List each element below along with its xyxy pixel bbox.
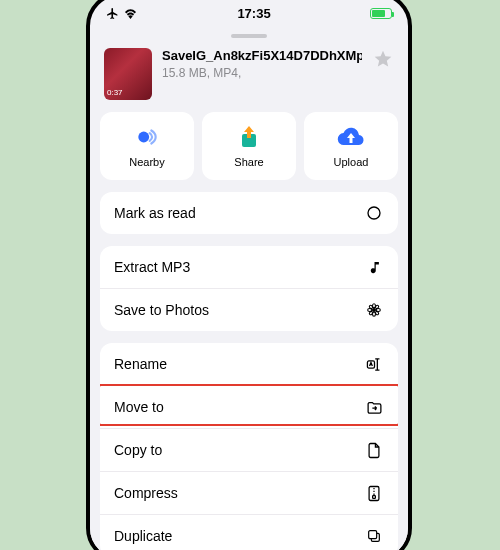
move-to-label: Move to (114, 399, 164, 415)
music-note-icon (364, 257, 384, 277)
mark-as-read-item[interactable]: Mark as read (100, 192, 398, 234)
compress-label: Compress (114, 485, 178, 501)
action-sheet: 0:37 SaveIG_An8kzFi5X14D7DDhXMphRfwQ_Dte… (90, 26, 408, 550)
menu-group-2: Extract MP3 Save to Photos (100, 246, 398, 331)
share-label: Share (234, 156, 263, 168)
status-time: 17:35 (237, 6, 270, 21)
svg-rect-14 (373, 495, 376, 498)
nearby-icon (134, 124, 160, 150)
mark-as-read-label: Mark as read (114, 205, 196, 221)
file-name: SaveIG_An8kzFi5X14D7DDhXMphRfwQ_DteM6vka… (162, 48, 362, 64)
rename-icon (364, 354, 384, 374)
menu-group-3: Rename Move to Copy to Compress (100, 343, 398, 550)
save-to-photos-label: Save to Photos (114, 302, 209, 318)
duplicate-item[interactable]: Duplicate (100, 514, 398, 550)
file-subtitle: 15.8 MB, MP4, (162, 66, 362, 80)
airplane-icon (106, 7, 119, 20)
upload-button[interactable]: Upload (304, 112, 398, 180)
move-to-item[interactable]: Move to (100, 385, 398, 428)
nearby-button[interactable]: Nearby (100, 112, 194, 180)
share-button[interactable]: Share (202, 112, 296, 180)
duplicate-label: Duplicate (114, 528, 172, 544)
duplicate-icon (364, 526, 384, 546)
extract-mp3-item[interactable]: Extract MP3 (100, 246, 398, 288)
nearby-label: Nearby (129, 156, 164, 168)
file-meta: SaveIG_An8kzFi5X14D7DDhXMphRfwQ_DteM6vka… (162, 48, 362, 80)
favorite-button[interactable] (372, 48, 394, 70)
primary-actions: Nearby Share Upload (100, 112, 398, 180)
zip-icon (364, 483, 384, 503)
folder-arrow-icon (364, 397, 384, 417)
photos-flower-icon (364, 300, 384, 320)
file-header: 0:37 SaveIG_An8kzFi5X14D7DDhXMphRfwQ_Dte… (100, 48, 398, 112)
rename-item[interactable]: Rename (100, 343, 398, 385)
star-icon (373, 49, 393, 69)
status-bar: 17:35 (90, 0, 408, 26)
video-thumbnail[interactable]: 0:37 (104, 48, 152, 100)
sheet-grabber[interactable] (231, 34, 267, 38)
compress-item[interactable]: Compress (100, 471, 398, 514)
wifi-icon (123, 8, 138, 19)
svg-rect-15 (369, 531, 377, 539)
copy-to-item[interactable]: Copy to (100, 428, 398, 471)
copy-to-label: Copy to (114, 442, 162, 458)
svg-point-0 (138, 132, 149, 143)
battery-icon (370, 8, 392, 19)
svg-point-3 (373, 309, 376, 312)
status-right (370, 8, 392, 19)
phone-frame: 17:35 0:37 SaveIG_An8kzFi5X14D7DDhXMphRf… (86, 0, 412, 550)
upload-icon (336, 124, 366, 150)
menu-group-1: Mark as read (100, 192, 398, 234)
rename-label: Rename (114, 356, 167, 372)
extract-mp3-label: Extract MP3 (114, 259, 190, 275)
upload-label: Upload (334, 156, 369, 168)
video-duration: 0:37 (107, 88, 123, 97)
status-left (106, 7, 138, 20)
save-to-photos-item[interactable]: Save to Photos (100, 288, 398, 331)
svg-point-2 (368, 207, 380, 219)
document-icon (364, 440, 384, 460)
share-icon (237, 124, 261, 150)
circle-outline-icon (364, 203, 384, 223)
